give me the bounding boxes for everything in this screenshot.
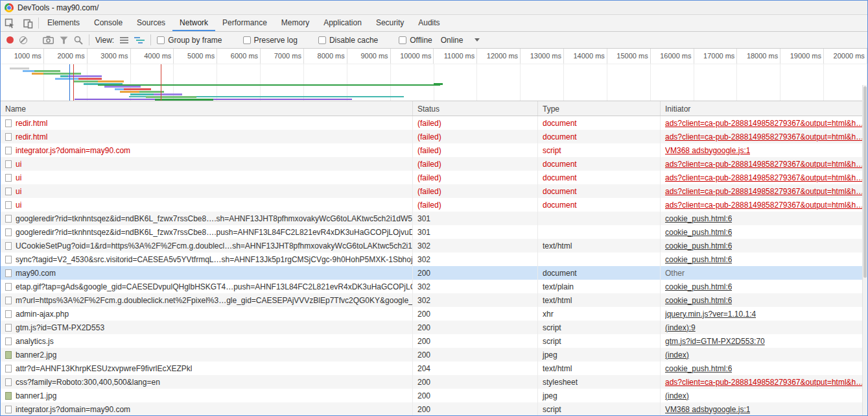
table-row[interactable]: googleredir?rid=tknhntsqez&id=ndBK6L_fzw… (1, 225, 867, 239)
table-row[interactable]: ui(failed)documentads?client=ca-pub-2888… (1, 157, 867, 171)
chrome-icon (5, 3, 14, 12)
table-row[interactable]: etap.gif?tap=gAds&google_gid=CAESEDvpulQ… (1, 280, 867, 293)
waterfall-gridline (434, 64, 434, 101)
request-type: document (538, 198, 661, 212)
table-row[interactable]: redir.html(failed)documentads?client=ca-… (1, 130, 867, 143)
initiator-link[interactable]: ads?client=ca-pub-2888149858279367&outpu… (665, 160, 863, 169)
network-overview[interactable]: 1000 ms2000 ms3000 ms4000 ms5000 ms6000 … (1, 49, 867, 101)
initiator-link[interactable]: (index) (665, 350, 689, 360)
column-header-status[interactable]: Status (413, 101, 538, 116)
request-name-cell: UCookieSetPug?oid=1&rd=https%3A%2F%2Fcm.… (1, 239, 413, 252)
overview-view-button[interactable] (134, 37, 145, 43)
clear-button[interactable] (19, 36, 27, 44)
request-status: 302 (413, 252, 538, 266)
initiator-link[interactable]: cookie_push.html:6 (665, 282, 732, 291)
ruler-tick-label: 13000 ms (521, 49, 564, 64)
initiator-link[interactable]: cookie_push.html:6 (665, 296, 732, 305)
initiator-link[interactable]: cookie_push.html:6 (665, 255, 732, 264)
table-row[interactable]: banner2.jpg200jpeg(index) (1, 348, 867, 361)
request-name-cell: integrator.js?domain=may90.com (1, 143, 413, 157)
initiator-link[interactable]: cookie_push.html:6 (665, 241, 732, 251)
table-row[interactable]: m?url=https%3A%2F%2Fcm.g.doubleclick.net… (1, 293, 867, 307)
request-name-cell: banner2.jpg (1, 348, 413, 361)
initiator-link[interactable]: ads?client=ca-pub-2888149858279367&outpu… (665, 119, 863, 128)
initiator-link[interactable]: cookie_push.html:6 (665, 214, 732, 223)
overview-waterfall[interactable] (1, 64, 867, 101)
screenshot-capture-button[interactable] (43, 36, 54, 44)
throttling-dropdown[interactable]: Online (438, 36, 480, 45)
group-by-frame-checkbox[interactable]: Group by frame (157, 36, 222, 45)
table-row[interactable]: redir.html(failed)documentads?client=ca-… (1, 116, 867, 130)
request-name-cell: css?family=Roboto:300,400,500&lang=en (1, 375, 413, 389)
tab-sources[interactable]: Sources (130, 15, 172, 31)
table-row[interactable]: gtm.js?id=GTM-PX2D553200script(index):9 (1, 321, 867, 334)
table-row[interactable]: ui(failed)documentads?client=ca-pub-2888… (1, 198, 867, 212)
checkbox-icon (318, 36, 326, 44)
offline-checkbox[interactable]: Offline (399, 36, 432, 45)
vertical-scrollbar[interactable] (862, 85, 867, 415)
preserve-log-checkbox[interactable]: Preserve log (243, 36, 298, 45)
tab-performance[interactable]: Performance (215, 15, 274, 31)
request-type: document (538, 130, 661, 143)
ruler-tick-label: 9000 ms (347, 49, 391, 64)
column-header-name[interactable]: Name (1, 101, 413, 116)
tab-memory[interactable]: Memory (274, 15, 316, 31)
initiator-link[interactable]: jquery.min.js?ver=1.10.1:4 (665, 310, 756, 319)
chevron-down-icon (475, 38, 480, 42)
request-initiator-cell: gtm.js?id=GTM-PX2D553:70 (661, 334, 867, 348)
search-button[interactable] (74, 36, 83, 45)
table-row[interactable]: UCookieSetPug?oid=1&rd=https%3A%2F%2Fcm.… (1, 239, 867, 252)
initiator-link[interactable]: ads?client=ca-pub-2888149858279367&outpu… (665, 201, 863, 210)
device-toolbar-button[interactable] (19, 15, 37, 31)
request-name: css?family=Roboto:300,400,500&lang=en (16, 378, 160, 387)
initiator-link[interactable]: cookie_push.html:6 (665, 364, 732, 373)
record-button[interactable] (6, 36, 14, 43)
waterfall-bar (155, 99, 213, 101)
column-header-initiator[interactable]: Initiator (661, 101, 867, 116)
initiator-link[interactable]: (index) (665, 391, 689, 400)
tab-audits[interactable]: Audits (411, 15, 447, 31)
initiator-link[interactable]: ads?client=ca-pub-2888149858279367&outpu… (665, 173, 863, 182)
initiator-link[interactable]: ads?client=ca-pub-2888149858279367&outpu… (665, 187, 863, 196)
initiator-link[interactable]: VM368 adsbygoogle.js:1 (665, 146, 750, 155)
request-name: banner1.jpg (16, 391, 56, 400)
toolbar-separator (89, 34, 89, 45)
column-header-type[interactable]: Type (538, 101, 661, 116)
table-row[interactable]: ui(failed)documentads?client=ca-pub-2888… (1, 184, 867, 198)
initiator-link[interactable]: ads?client=ca-pub-2888149858279367&outpu… (665, 132, 863, 141)
waterfall-gridline (303, 64, 304, 101)
table-row[interactable]: analytics.js200scriptgtm.js?id=GTM-PX2D5… (1, 334, 867, 348)
request-type: script (538, 402, 661, 416)
table-row[interactable]: googleredir?rid=tknhntsqez&id=ndBK6L_fzw… (1, 212, 867, 225)
initiator-link[interactable]: gtm.js?id=GTM-PX2D553:70 (665, 337, 765, 346)
table-row[interactable]: css?family=Roboto:300,400,500&lang=en200… (1, 375, 867, 389)
waterfall-gridline (563, 64, 564, 101)
ruler-tick-label: 7000 ms (261, 49, 304, 64)
table-row[interactable]: attr?d=AHNF13KhrpKESUzxvpwreF9fivrlEcXEZ… (1, 361, 867, 375)
tab-elements[interactable]: Elements (40, 15, 87, 31)
table-row[interactable]: may90.com200documentOther (1, 266, 867, 280)
scrollbar-thumb[interactable] (863, 86, 867, 278)
tab-network[interactable]: Network (172, 15, 215, 31)
initiator-link[interactable]: ads?client=ca-pub-2888149858279367&outpu… (665, 378, 863, 387)
tab-security[interactable]: Security (369, 15, 411, 31)
request-rows-view-button[interactable] (120, 37, 128, 43)
tab-console[interactable]: Console (87, 15, 130, 31)
request-name: googleredir?rid=tknhntsqez&id=ndBK6L_fzw… (16, 228, 412, 237)
disable-cache-checkbox[interactable]: Disable cache (318, 36, 378, 45)
table-row[interactable]: banner1.jpg200jpeg(index) (1, 389, 867, 402)
table-row[interactable]: integrator.js?domain=may90.com(failed)sc… (1, 143, 867, 157)
ruler-tick-label: 17000 ms (694, 49, 738, 64)
table-row[interactable]: admin-ajax.php200xhrjquery.min.js?ver=1.… (1, 307, 867, 321)
initiator-link[interactable]: cookie_push.html:6 (665, 228, 732, 237)
inspect-element-button[interactable] (1, 15, 19, 31)
table-row[interactable]: integrator.js?domain=may90.com200scriptV… (1, 402, 867, 416)
request-name: redir.html (16, 132, 47, 141)
filter-button[interactable] (60, 36, 68, 44)
initiator-link[interactable]: (index):9 (665, 323, 696, 332)
table-row[interactable]: sync?tagid=V2_4530&src.visitorid=CAESEA5… (1, 252, 867, 266)
ruler-tick-label: 16000 ms (651, 49, 694, 64)
tab-application[interactable]: Application (316, 15, 369, 31)
initiator-link[interactable]: VM368 adsbygoogle.js:1 (665, 405, 750, 414)
table-row[interactable]: ui(failed)documentads?client=ca-pub-2888… (1, 171, 867, 184)
